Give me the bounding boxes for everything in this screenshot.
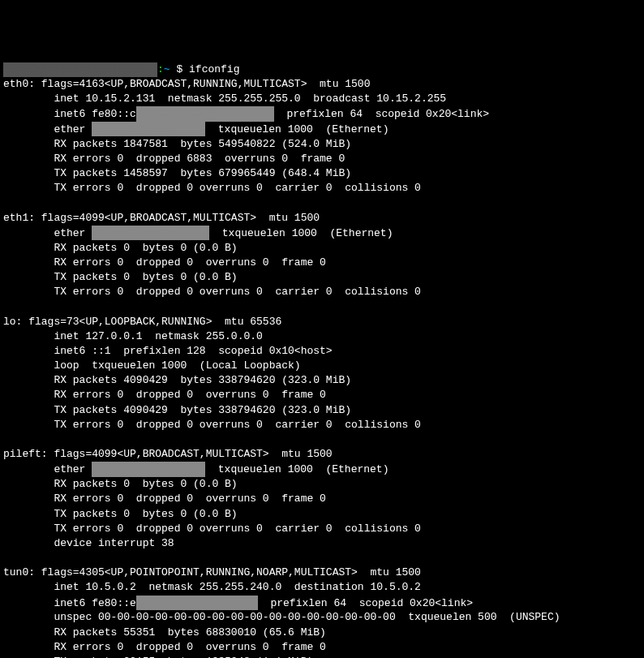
tun0-rx-errors: RX errors 0 dropped 0 overruns 0 frame 0 [3, 640, 641, 655]
tun0-unspec: unspec 00-00-00-00-00-00-00-00-00-00-00-… [3, 610, 641, 625]
eth0-ether-pre: ether [3, 123, 92, 135]
blank-line [3, 299, 641, 314]
pileft-rx-packets: RX packets 0 bytes 0 (0.0 B) [3, 477, 641, 492]
prompt-user-redacted: xxxxxxxxxxxxxxxxxxxxxx [3, 62, 157, 77]
lo-tx-errors: TX errors 0 dropped 0 overruns 0 carrier… [3, 418, 641, 432]
eth1-tx-packets: TX packets 0 bytes 0 (0.0 B) [3, 270, 641, 285]
prompt-path: ~ [164, 63, 170, 75]
eth0-inet6: inet6 fe80::cxxxxxxxxxxxxx prefixlen 64 … [3, 106, 641, 122]
lo-loop: loop txqueuelen 1000 (Local Loopback) [3, 359, 641, 373]
eth1-tx-errors: TX errors 0 dropped 0 overruns 0 carrier… [3, 285, 641, 299]
eth1-rx-packets: RX packets 0 bytes 0 (0.0 B) [3, 241, 641, 256]
tun0-inet: inet 10.5.0.2 netmask 255.255.240.0 dest… [3, 580, 641, 595]
pileft-ether-post: txqueuelen 1000 (Ethernet) [205, 463, 389, 475]
pileft-interrupt: device interrupt 38 [3, 536, 641, 551]
blank-line [3, 196, 641, 211]
prompt-separator: : [157, 63, 164, 75]
tun0-header: tun0: flags=4305<UP,POINTOPOINT,RUNNING,… [3, 566, 641, 580]
lo-rx-errors: RX errors 0 dropped 0 overruns 0 frame 0 [3, 388, 641, 402]
eth0-inet6-post: prefixlen 64 scopeid 0x20<link> [274, 108, 489, 120]
eth1-ether-post: txqueuelen 1000 (Ethernet) [209, 226, 393, 239]
eth0-tx-errors: TX errors 0 dropped 0 overruns 0 carrier… [3, 181, 641, 196]
eth0-rx-packets: RX packets 1847581 bytes 549540822 (524.… [3, 137, 641, 152]
eth1-ether-redacted: xxxxxxxxxxxxx [92, 226, 209, 240]
eth0-rx-errors: RX errors 0 dropped 6883 overruns 0 fram… [3, 152, 641, 166]
terminal-output[interactable]: xxxxxxxxxxxxxxxxxxxxxx:~ $ ifconfigeth0:… [3, 62, 641, 658]
eth0-ether: ether xxxxxxxxxxxxx txqueuelen 1000 (Eth… [3, 122, 641, 137]
tun0-inet6-post: prefixlen 64 scopeid 0x20<link> [258, 596, 473, 609]
pileft-ether: ether xxxxxxxxxxxxx txqueuelen 1000 (Eth… [3, 462, 641, 477]
lo-rx-packets: RX packets 4090429 bytes 338794620 (323.… [3, 373, 641, 388]
prompt-line: xxxxxxxxxxxxxxxxxxxxxx:~ $ ifconfig [3, 62, 641, 77]
eth0-inet6-pre: inet6 fe80::c [3, 108, 136, 120]
tun0-inet6-pre: inet6 fe80::e [3, 596, 136, 609]
pileft-ether-pre: ether [3, 463, 92, 475]
lo-inet: inet 127.0.0.1 netmask 255.0.0.0 [3, 329, 641, 344]
tun0-rx-packets: RX packets 55351 bytes 68830010 (65.6 Mi… [3, 626, 641, 640]
eth1-header: eth1: flags=4099<UP,BROADCAST,MULTICAST>… [3, 211, 641, 226]
eth1-ether: ether xxxxxxxxxxxxx txqueuelen 1000 (Eth… [3, 226, 641, 241]
lo-header: lo: flags=73<UP,LOOPBACK,RUNNING> mtu 65… [3, 315, 641, 329]
prompt-symbol: $ [176, 63, 182, 75]
pileft-header: pileft: flags=4099<UP,BROADCAST,MULTICAS… [3, 447, 641, 462]
command-text: ifconfig [189, 63, 239, 75]
pileft-tx-errors: TX errors 0 dropped 0 overruns 0 carrier… [3, 522, 641, 536]
pileft-tx-packets: TX packets 0 bytes 0 (0.0 B) [3, 507, 641, 522]
eth0-header: eth0: flags=4163<UP,BROADCAST,RUNNING,MU… [3, 77, 641, 92]
pileft-ether-redacted: xxxxxxxxxxxxx [92, 462, 205, 476]
blank-line [3, 551, 641, 566]
eth0-tx-packets: TX packets 1458597 bytes 679965449 (648.… [3, 166, 641, 181]
lo-tx-packets: TX packets 4090429 bytes 338794620 (323.… [3, 403, 641, 418]
tun0-inet6: inet6 fe80::exxxxxxxxxxxxx prefixlen 64 … [3, 596, 641, 611]
tun0-tx-packets: TX packets 20155 bytes 1235048 (1.1 MiB) [3, 655, 641, 658]
eth0-inet6-redacted: xxxxxxxxxxxxx [136, 106, 274, 121]
blank-line [3, 432, 641, 447]
pileft-rx-errors: RX errors 0 dropped 0 overruns 0 frame 0 [3, 492, 641, 506]
lo-inet6: inet6 ::1 prefixlen 128 scopeid 0x10<hos… [3, 344, 641, 359]
eth1-rx-errors: RX errors 0 dropped 0 overruns 0 frame 0 [3, 256, 641, 270]
tun0-inet6-redacted: xxxxxxxxxxxxx [136, 596, 258, 610]
eth0-ether-redacted: xxxxxxxxxxxxx [92, 122, 205, 136]
eth0-ether-post: txqueuelen 1000 (Ethernet) [205, 123, 389, 135]
eth1-ether-pre: ether [3, 226, 92, 239]
eth0-inet: inet 10.15.2.131 netmask 255.255.255.0 b… [3, 92, 641, 106]
